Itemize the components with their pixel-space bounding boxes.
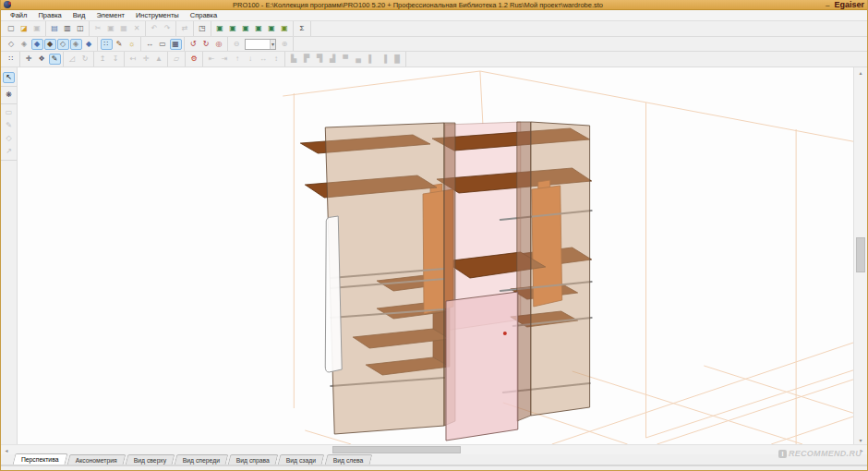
- rotate-left-button[interactable]: ↺: [187, 39, 199, 50]
- align-left-button[interactable]: ⇤: [206, 54, 218, 65]
- align-right-button[interactable]: ⇥: [219, 54, 231, 65]
- center-view-button[interactable]: ◎: [213, 39, 225, 50]
- material-tool-button[interactable]: ❋: [3, 90, 15, 101]
- view-wireframe-button[interactable]: ◇: [6, 39, 18, 50]
- menu-view[interactable]: Вид: [67, 11, 91, 19]
- undo-button[interactable]: ↶: [149, 23, 161, 34]
- path-tool-button[interactable]: ↗: [3, 146, 15, 157]
- antialiasing-button[interactable]: ∷: [101, 39, 113, 50]
- move-back-button[interactable]: ↤: [127, 54, 139, 65]
- pencil-button[interactable]: ✎: [49, 54, 61, 65]
- move-down-button[interactable]: ↧: [110, 54, 122, 65]
- horizontal-scroll-track[interactable]: [12, 445, 856, 454]
- measure-tool-button[interactable]: ◇: [3, 133, 15, 144]
- dist-4-button[interactable]: ▟: [327, 54, 339, 65]
- cut-button[interactable]: ✂: [92, 23, 104, 34]
- menu-file[interactable]: Файл: [5, 11, 32, 19]
- copy-button[interactable]: ▣: [105, 23, 117, 34]
- settings-button[interactable]: ⚙: [188, 54, 200, 65]
- dimensions-button[interactable]: ↔: [144, 39, 156, 50]
- redo-button[interactable]: ↷: [162, 23, 174, 34]
- tab-right[interactable]: Вид справа: [228, 454, 279, 465]
- align-bottom-button[interactable]: ↓: [245, 54, 257, 65]
- tab-perspective[interactable]: Перспектива: [13, 453, 68, 465]
- tab-axonometry[interactable]: Аксонометрия: [66, 454, 126, 465]
- menu-help[interactable]: Справка: [185, 11, 223, 19]
- tab-front[interactable]: Вид спереди: [175, 454, 229, 465]
- shape-tool-button[interactable]: ▭: [3, 107, 15, 118]
- save-file-button[interactable]: ▣: [31, 23, 43, 34]
- scroll-up-arrow-icon[interactable]: ▴: [854, 67, 867, 77]
- edit-points-button[interactable]: ▱: [171, 54, 183, 65]
- menu-tools[interactable]: Инструменты: [130, 11, 185, 19]
- scroll-down-arrow-icon[interactable]: ▾: [854, 435, 867, 444]
- dist-5-button[interactable]: ▀: [340, 54, 352, 65]
- dist-2-button[interactable]: ▛: [301, 54, 313, 65]
- grid-button[interactable]: ▦: [170, 39, 182, 50]
- view-shelf-button[interactable]: ▣: [240, 23, 252, 34]
- move-up-button[interactable]: ↥: [97, 54, 109, 65]
- horizontal-scrollbar[interactable]: ◂ ▸: [1, 444, 867, 454]
- dropdown-arrow-icon[interactable]: ▾: [270, 40, 275, 49]
- price-list-button[interactable]: Σ: [296, 23, 308, 34]
- view-shadows-button[interactable]: ◆: [83, 39, 95, 50]
- rotate-right-button[interactable]: ↻: [200, 39, 212, 50]
- delete-button[interactable]: ✕: [131, 23, 143, 34]
- snap-grid-button[interactable]: ∷: [6, 54, 18, 65]
- view-shading-button[interactable]: ◈: [70, 39, 82, 50]
- open-file-button[interactable]: ◪: [18, 23, 30, 34]
- zoom-combo[interactable]: ▾: [245, 39, 276, 50]
- print-button[interactable]: ▥: [62, 23, 74, 34]
- paste-special-button[interactable]: ⇄: [179, 23, 191, 34]
- dist-3-button[interactable]: ▜: [314, 54, 326, 65]
- view-textures-button[interactable]: ◆: [44, 39, 56, 50]
- light-button[interactable]: ☼: [127, 39, 139, 50]
- dist-9-button[interactable]: █: [392, 54, 404, 65]
- view-wide-button[interactable]: ▣: [253, 23, 265, 34]
- paint-brush-button[interactable]: ✎: [114, 39, 126, 50]
- paste-button[interactable]: ▦: [118, 23, 130, 34]
- new-window-button[interactable]: ◳: [197, 23, 209, 34]
- zoom-in-button[interactable]: ⊕: [279, 39, 291, 50]
- new-file-button[interactable]: ▢: [6, 23, 18, 34]
- view-colors-button[interactable]: ◆: [31, 39, 43, 50]
- tab-top[interactable]: Вид сверху: [125, 454, 175, 465]
- view-monitor-button[interactable]: ▣: [266, 23, 278, 34]
- vertical-scroll-thumb[interactable]: [856, 237, 865, 273]
- resize-button[interactable]: ◿: [66, 54, 78, 65]
- tab-back[interactable]: Вид сзади: [278, 454, 325, 465]
- edit-tool-button[interactable]: ✎: [3, 120, 15, 131]
- pin-button[interactable]: ✛: [23, 54, 35, 65]
- scroll-left-arrow-icon[interactable]: ◂: [1, 445, 12, 454]
- view-sketch-button[interactable]: ◈: [18, 39, 30, 50]
- print-preview-button[interactable]: ◫: [75, 23, 87, 34]
- rotate-element-button[interactable]: ↻: [79, 54, 91, 65]
- menu-edit[interactable]: Правка: [32, 11, 66, 19]
- zoom-out-button[interactable]: ⊖: [231, 39, 243, 50]
- view-project-button[interactable]: ▣: [214, 23, 226, 34]
- view-cabinet-button[interactable]: ▣: [227, 23, 239, 34]
- menu-element[interactable]: Элемент: [90, 11, 130, 19]
- hand-button[interactable]: ❖: [36, 54, 48, 65]
- dist-7-button[interactable]: ▌: [366, 54, 378, 65]
- view-report-button[interactable]: ▣: [279, 23, 291, 34]
- print-icon: ▥: [64, 25, 71, 32]
- dist-8-button[interactable]: ▐: [379, 54, 391, 65]
- move-front-button[interactable]: ▲: [153, 54, 165, 65]
- move-any-button[interactable]: ✛: [140, 54, 152, 65]
- center-v-button[interactable]: ↕: [271, 54, 283, 65]
- properties-button[interactable]: ▤: [49, 23, 61, 34]
- tab-left[interactable]: Вид слева: [324, 454, 371, 465]
- minimize-button[interactable]: –: [826, 2, 829, 8]
- select-tool-button[interactable]: ↖: [3, 72, 15, 83]
- align-top-button[interactable]: ↑: [232, 54, 244, 65]
- center-h-button[interactable]: ↔: [258, 54, 270, 65]
- dist-6-button[interactable]: ▄: [353, 54, 365, 65]
- vertical-scrollbar[interactable]: ▴ ▾: [853, 67, 867, 444]
- dist-1-button[interactable]: ▙: [288, 54, 300, 65]
- view-contours-button[interactable]: ◇: [57, 39, 69, 50]
- horizontal-scroll-thumb[interactable]: [332, 446, 461, 453]
- 3d-viewport[interactable]: [18, 67, 853, 444]
- toolbar-group: ⚙: [186, 52, 203, 66]
- ruler-button[interactable]: ▭: [157, 39, 169, 50]
